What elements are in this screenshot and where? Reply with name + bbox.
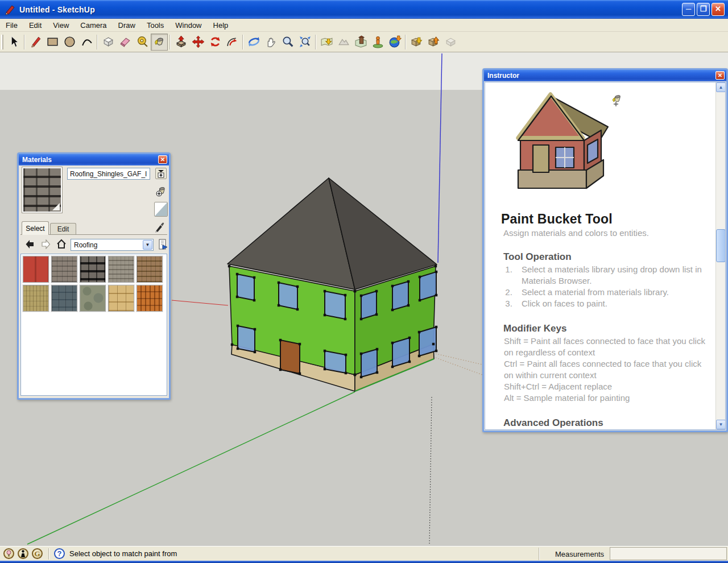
tape-measure-tool-button[interactable] xyxy=(134,34,151,51)
menu-view[interactable]: View xyxy=(47,19,75,31)
swatch-red-metal-roofing[interactable] xyxy=(23,256,49,283)
instructor-titlebar[interactable]: Instructor ✕ xyxy=(484,70,726,81)
arc-tool-button[interactable] xyxy=(78,34,95,51)
menu-tools[interactable]: Tools xyxy=(141,19,169,31)
share-model-button[interactable] xyxy=(425,34,442,51)
toolbar-separator xyxy=(242,35,243,49)
swatch-tan-stone-blocks[interactable] xyxy=(108,285,134,312)
eraser-tool-button[interactable] xyxy=(117,34,134,51)
scroll-up-icon[interactable]: ▲ xyxy=(716,82,726,92)
google-earth-button[interactable] xyxy=(386,34,403,51)
circle-tool-button[interactable] xyxy=(61,34,78,51)
materials-body: Roofing_Shingles_GAF_I Select Edit Roofi… xyxy=(19,165,169,398)
secondary-pane-toggle-button[interactable] xyxy=(155,168,167,179)
photo-textures-tool-button[interactable] xyxy=(352,34,369,51)
swatch-green-rounded-slate[interactable] xyxy=(80,285,106,312)
create-material-button[interactable] xyxy=(155,185,168,197)
scroll-thumb[interactable] xyxy=(716,229,726,262)
paint-bucket-tool-button[interactable] xyxy=(151,34,168,51)
pan-tool-button[interactable] xyxy=(262,34,279,51)
collection-value: Roofing xyxy=(74,241,97,249)
home-icon[interactable] xyxy=(56,239,67,249)
swatch-brown-shake-shingles[interactable] xyxy=(136,256,163,283)
menu-camera[interactable]: Camera xyxy=(75,19,112,31)
tab-select[interactable]: Select xyxy=(22,221,49,235)
claim-credit-icon[interactable] xyxy=(18,548,28,559)
add-location-tool-button[interactable] xyxy=(318,34,335,51)
forward-arrow-icon[interactable] xyxy=(41,239,51,249)
sign-in-icon[interactable]: G xyxy=(32,548,43,559)
titlebar: Untitled - SketchUp ─ ❐ ✕ xyxy=(0,0,728,19)
toolbar-separator xyxy=(97,35,98,49)
rectangle-tool-button[interactable] xyxy=(44,34,61,51)
materials-close-icon[interactable]: ✕ xyxy=(158,155,167,164)
swatch-blue-gray-slate[interactable] xyxy=(51,285,77,312)
menubar: File Edit View Camera Draw Tools Window … xyxy=(0,19,728,32)
tab-edit[interactable]: Edit xyxy=(50,223,76,235)
modifier-keys-lines: Shift = Paint all faces connected to fac… xyxy=(504,336,710,404)
tool-operation-step: Click on faces to paint. xyxy=(515,298,710,309)
paint-bucket-cursor-icon xyxy=(613,95,621,106)
zoom-tool-button[interactable] xyxy=(279,34,296,51)
swatch-gray-asphalt-shingles[interactable] xyxy=(51,256,77,283)
modifier-line: Ctrl = Paint all faces connected to face… xyxy=(504,358,710,381)
help-icon[interactable]: ? xyxy=(54,548,65,559)
minimize-button[interactable]: ─ xyxy=(682,3,695,16)
materials-dialog: Materials ✕ Roofing_Shingles_GAF_I Selec… xyxy=(17,152,171,400)
select-tool-button[interactable] xyxy=(5,34,22,51)
measurements-input[interactable] xyxy=(610,547,727,560)
menu-edit[interactable]: Edit xyxy=(23,19,47,31)
orbit-tool-button[interactable] xyxy=(245,34,262,51)
swatch-tan-wood-shakes[interactable] xyxy=(23,285,49,312)
preview-model-in-google-earth-button[interactable] xyxy=(369,34,386,51)
details-arrow-icon[interactable] xyxy=(158,239,168,250)
shingle-texture-preview xyxy=(23,168,61,212)
menu-window[interactable]: Window xyxy=(169,19,207,31)
materials-titlebar[interactable]: Materials ✕ xyxy=(19,154,169,165)
menu-file[interactable]: File xyxy=(0,19,23,31)
active-material-preview xyxy=(22,167,63,213)
instructor-close-icon[interactable]: ✕ xyxy=(715,71,725,80)
instructor-scrollbar[interactable]: ▲ ▼ xyxy=(715,82,725,429)
material-name-input[interactable]: Roofing_Shingles_GAF_I xyxy=(67,168,150,180)
maximize-button[interactable]: ❐ xyxy=(697,3,710,16)
scroll-down-icon[interactable]: ▼ xyxy=(716,420,726,429)
materials-nav-row: Roofing ▼ xyxy=(20,238,167,252)
measurements-label: Measurements xyxy=(555,550,604,558)
menu-help[interactable]: Help xyxy=(208,19,234,31)
toggle-terrain-tool-button[interactable] xyxy=(335,34,352,51)
tool-operation-step: Select a material from materials library… xyxy=(515,287,710,298)
close-button[interactable]: ✕ xyxy=(712,3,725,16)
modifier-line: Shift = Paint all faces connected to fac… xyxy=(504,336,710,358)
swatch-charcoal-dimensional-shingles[interactable] xyxy=(80,256,106,283)
chevron-down-icon[interactable]: ▼ xyxy=(143,240,152,250)
toolbar-separator xyxy=(169,35,171,49)
instructor-heading: Paint Bucket Tool xyxy=(501,212,710,227)
status-message: Select object to match paint from xyxy=(69,549,177,558)
make-component-tool-button[interactable] xyxy=(100,34,117,51)
get-models-button[interactable] xyxy=(408,34,425,51)
tool-operation-title: Tool Operation xyxy=(503,251,710,263)
modifier-line: Shift+Ctrl = Adjacent replace xyxy=(504,381,710,392)
zoom-extents-tool-button[interactable] xyxy=(296,34,313,51)
tool-operation-list: Select a materials library using drop do… xyxy=(515,264,710,309)
toolbar-grip[interactable] xyxy=(1,35,3,49)
back-arrow-icon[interactable] xyxy=(25,239,35,249)
window-title: Untitled - SketchUp xyxy=(19,5,95,14)
offset-tool-button[interactable] xyxy=(224,34,241,51)
sample-paint-eyedropper-icon[interactable] xyxy=(154,220,166,233)
window-frame-bottom xyxy=(0,561,728,563)
geolocation-icon[interactable] xyxy=(3,548,14,559)
menu-draw[interactable]: Draw xyxy=(113,19,141,31)
collection-dropdown[interactable]: Roofing ▼ xyxy=(71,239,154,251)
move-tool-button[interactable] xyxy=(189,34,206,51)
rotate-tool-button[interactable] xyxy=(206,34,224,51)
materials-title: Materials xyxy=(22,156,52,164)
swatch-orange-spanish-tile[interactable] xyxy=(136,285,163,312)
tool-operation-step: Select a materials library using drop do… xyxy=(515,264,710,287)
modifier-line: Alt = Sample material for painting xyxy=(504,392,710,404)
set-default-material-button[interactable] xyxy=(154,202,168,217)
push-pull-tool-button[interactable] xyxy=(172,34,189,51)
line-tool-button[interactable] xyxy=(27,34,44,51)
swatch-light-gray-shingles[interactable] xyxy=(108,256,134,283)
